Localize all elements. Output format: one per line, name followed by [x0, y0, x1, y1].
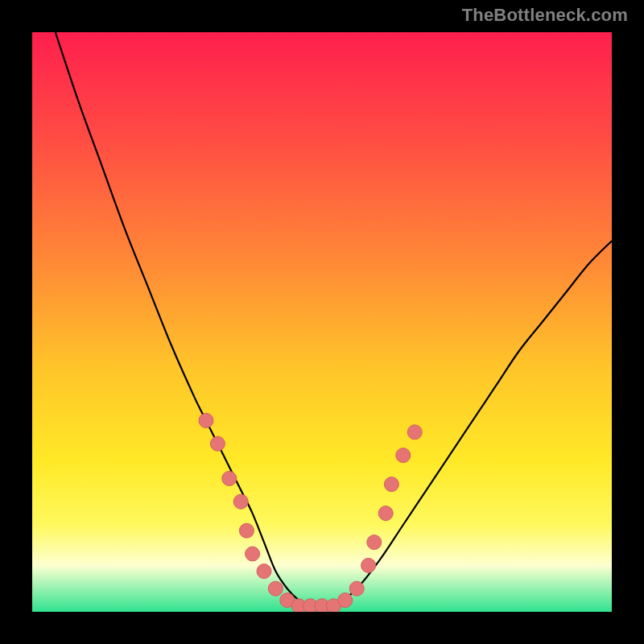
chart-background-gradient [32, 32, 612, 612]
curve-marker [268, 581, 283, 596]
bottleneck-chart [32, 32, 612, 612]
curve-marker [239, 523, 254, 538]
watermark-text: TheBottleneck.com [462, 5, 628, 26]
curve-marker [257, 564, 271, 579]
curve-marker [384, 477, 398, 492]
curve-marker [210, 436, 225, 451]
chart-frame: TheBottleneck.com [0, 0, 644, 644]
curve-marker [349, 581, 364, 596]
curve-marker [199, 413, 213, 427]
curve-marker [367, 535, 382, 550]
curve-marker [246, 547, 260, 561]
curve-marker [222, 471, 237, 485]
curve-marker [396, 448, 411, 463]
curve-marker [407, 425, 422, 440]
curve-marker [233, 494, 248, 509]
curve-marker [378, 506, 393, 521]
curve-marker [361, 558, 376, 572]
curve-marker [338, 593, 353, 608]
